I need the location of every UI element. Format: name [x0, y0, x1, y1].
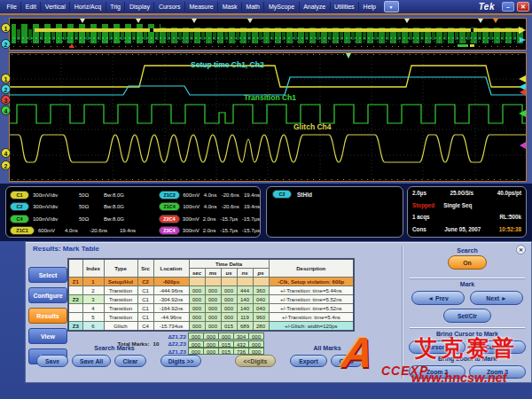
- clear-search-marks-button[interactable]: Clear: [114, 355, 146, 367]
- save-button[interactable]: Save: [36, 355, 68, 367]
- zoom3-button[interactable]: Zoom 3: [469, 365, 526, 379]
- readout-bar: C1 300mV/div 50Ω Bw:8.0G C2 300mV/div 50…: [0, 184, 532, 241]
- chip-ch1[interactable]: 1: [1, 74, 11, 83]
- chevron-down-icon[interactable]: ▼: [384, 1, 399, 12]
- ch1-right-marker[interactable]: [519, 75, 526, 82]
- menu-mask[interactable]: Mask: [218, 2, 242, 12]
- menu-edit[interactable]: Edit: [21, 2, 41, 12]
- acquisition-overview: [9, 18, 527, 51]
- chip-ch2-overview[interactable]: 2: [1, 39, 11, 49]
- chip-ch2[interactable]: 2: [1, 84, 11, 94]
- horiz-scale: 2.0µs: [412, 190, 426, 196]
- menu-trig[interactable]: Trig: [106, 2, 126, 12]
- readout-z1c1[interactable]: Z1C1 600mV 4.0ns -20.6ns 19.4ns: [10, 225, 159, 238]
- table-row[interactable]: 2 TransitionC1 -444.96ns 000000 000444 3…: [68, 286, 354, 295]
- resolution: 40.0ps/pt: [497, 190, 521, 196]
- search-label: Search: [403, 247, 532, 254]
- cursor1-button[interactable]: Cursor 1: [409, 340, 466, 354]
- all-marks-label: All Marks: [283, 345, 372, 351]
- table-row[interactable]: 5 TransitionC1 -44.96ns 000000 000119 96…: [68, 313, 354, 322]
- acq-status: Stopped: [412, 202, 434, 208]
- export-button[interactable]: Export: [290, 355, 327, 367]
- menu-display[interactable]: Display: [125, 2, 154, 12]
- readout-c4[interactable]: C4 100mV/div 50Ω Bw:8.0G: [10, 213, 159, 225]
- oscilloscope-app: { "menu": { "items": ["File","Edit","Ver…: [0, 0, 532, 399]
- readout-z2c4[interactable]: Z2C4 300mV 2.0ns -15.7µs -15.7µs: [159, 213, 260, 225]
- dialog-title: Results: Mark Table: [33, 245, 99, 253]
- menu-myscope[interactable]: MyScope: [264, 2, 299, 12]
- delta-z2z3-label: ΔZ2,Z3: [168, 340, 186, 347]
- readout-c2[interactable]: C2 300mV/div 50Ω Bw:8.0G: [10, 201, 159, 214]
- search-on-button[interactable]: On: [448, 255, 487, 270]
- set-clear-mark-button[interactable]: Set/Clr: [443, 309, 491, 323]
- main-graticule: Setup time Ch1, Ch2 Transition Ch1 Glitc…: [9, 52, 527, 182]
- tab-results[interactable]: Results: [28, 308, 67, 324]
- menu-utilities[interactable]: Utilities: [331, 2, 360, 12]
- setup-time-label: Setup time Ch1, Ch2: [191, 60, 264, 69]
- record-length: RL:500k: [500, 214, 522, 220]
- chip-ch4[interactable]: 4: [1, 106, 11, 115]
- table-row[interactable]: Z11 Setup/HolC2 -600ps -Clk, Setup viola…: [68, 278, 354, 286]
- mark-table-dialog: Results: Mark Table ✕ Select Configure R…: [25, 241, 532, 383]
- delta-z1z2-label: ΔZ1,Z2: [67, 333, 188, 340]
- search-marks-label: Search Marks: [61, 345, 168, 351]
- transition-label: Transition Ch1: [244, 93, 296, 102]
- trigger-level-icon[interactable]: [346, 53, 351, 59]
- tab-view[interactable]: View: [28, 328, 67, 344]
- menu-math[interactable]: Math: [242, 2, 265, 12]
- sample-rate: 25.0GS/s: [450, 190, 473, 196]
- date: June 05, 2007: [444, 226, 481, 232]
- overview-ch1-band: [35, 28, 520, 32]
- scope-display: Setup time Ch1, Ch2 Transition Ch1 Glitc…: [0, 15, 532, 184]
- table-row[interactable]: Z36 GlitchC4 -15.734us 000000 015689 280…: [68, 322, 354, 332]
- table-row[interactable]: 4 TransitionC1 -164.92ns 000000 000140 0…: [68, 304, 354, 313]
- close-button[interactable]: ✕: [517, 2, 529, 12]
- chip-z2[interactable]: 2: [1, 160, 11, 170]
- zoom2-button[interactable]: Zoom 2: [409, 365, 466, 379]
- z-right-marker[interactable]: [520, 142, 526, 149]
- menu-analyze[interactable]: Analyze: [300, 2, 331, 12]
- readout-z3c4[interactable]: Z3C4 300mV 2.0ns -15.7µs -15.7µs: [159, 225, 260, 238]
- menu-vertical[interactable]: Vertical: [41, 2, 70, 12]
- trigger-position-icon[interactable]: [493, 19, 498, 23]
- trigger-readout: C2 StHld: [266, 186, 403, 238]
- table-header-row: Index Type Src Location Time Delta Descr…: [68, 259, 354, 269]
- bring-zoom-label: Bring Zoom to Mark: [403, 356, 532, 362]
- menu-bar: File Edit Vertical Horiz/Acq Trig Displa…: [0, 0, 532, 15]
- divider: [410, 327, 525, 328]
- glitch-label: Glitch Ch4: [293, 122, 332, 131]
- tab-select[interactable]: Select: [28, 267, 67, 283]
- menu-file[interactable]: File: [3, 2, 21, 12]
- grid: [10, 53, 526, 181]
- menu-measure[interactable]: Measure: [185, 2, 218, 12]
- main-waveforms: Setup time Ch1, Ch2 Transition Ch1 Glitc…: [10, 53, 526, 181]
- digits-back-button[interactable]: <<Digits: [235, 355, 276, 367]
- horizontal-readout: 2.0µs 25.0GS/s 40.0ps/pt Stopped Single …: [407, 186, 527, 238]
- chip-ch3[interactable]: 3: [1, 95, 11, 105]
- save-all-button[interactable]: Save All: [72, 355, 111, 367]
- cons-label: Cons: [412, 226, 426, 232]
- clear-all-marks-button[interactable]: Clear: [331, 355, 363, 367]
- cursor2-button[interactable]: Cursor 2: [469, 340, 526, 354]
- menu-help[interactable]: Help: [359, 2, 379, 12]
- chip-ch1-overview[interactable]: 1: [1, 23, 11, 33]
- clock: 10:52:38: [499, 226, 521, 232]
- bring-cursor-label: Bring Cursor to Mark: [403, 331, 532, 337]
- table-row[interactable]: Z23 TransitionC1 -304.92ns 000000 000140…: [68, 295, 354, 304]
- menu-horizacq[interactable]: Horiz/Acq: [70, 2, 106, 12]
- mark-label: Mark: [403, 281, 532, 287]
- acq-count: 1 acqs: [412, 214, 430, 220]
- next-mark-button[interactable]: Next ►: [470, 291, 523, 305]
- trigger-source[interactable]: C2 StHld: [267, 187, 403, 201]
- chip-z4[interactable]: 4: [1, 148, 11, 158]
- divider: [410, 278, 525, 278]
- readout-z1c2[interactable]: Z1C2 600mV 4.0ns -20.6ns 19.4ns: [159, 189, 260, 201]
- digits-forward-button[interactable]: Digits >>: [160, 355, 201, 367]
- menu-cursors[interactable]: Cursors: [154, 2, 185, 12]
- tab-configure[interactable]: Configure: [28, 287, 67, 303]
- readout-c1[interactable]: C1 300mV/div 50Ω Bw:8.0G: [10, 189, 159, 201]
- minimize-button[interactable]: –: [502, 2, 514, 12]
- readout-z1c4[interactable]: Z1C4 100mV 4.0ns -20.6ns 19.4ns: [159, 201, 260, 214]
- prev-mark-button[interactable]: ◄ Prev: [411, 291, 465, 305]
- ch1-trace: [10, 66, 526, 87]
